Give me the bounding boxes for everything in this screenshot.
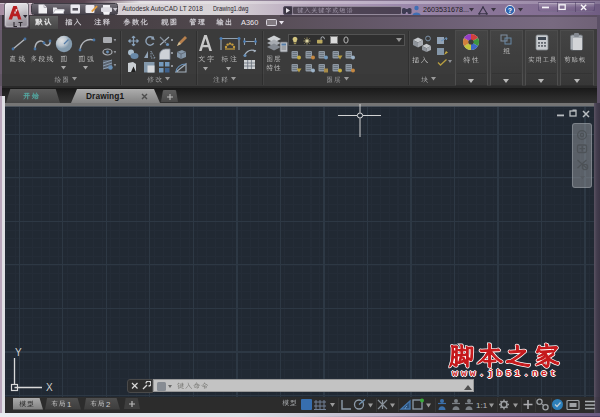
svg-text:Y: Y — [15, 347, 22, 358]
svg-text:X: X — [46, 382, 53, 392]
svg-text:?: ? — [508, 7, 512, 14]
svg-text:1:1: 1:1 — [476, 401, 488, 410]
